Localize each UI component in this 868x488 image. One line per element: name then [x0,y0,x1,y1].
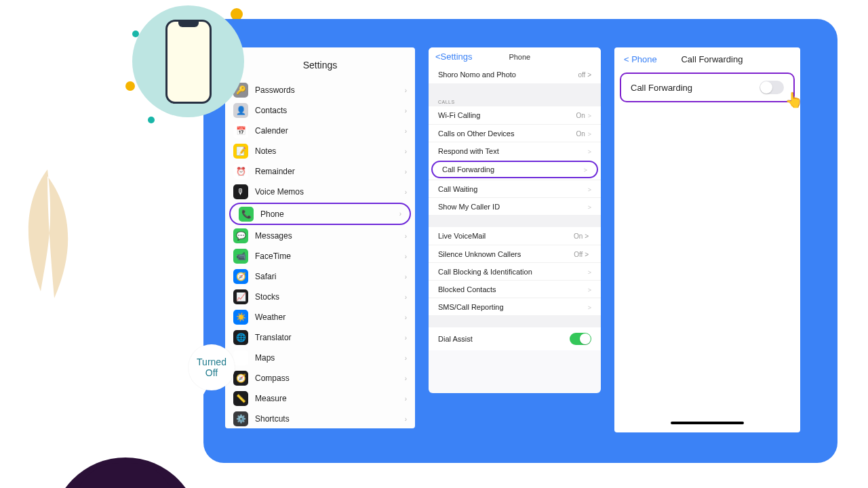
app-icon: 🧭 [233,371,248,386]
settings-title: Settings [225,47,415,80]
chevron-right-icon: > [588,113,591,119]
dial-assist-row[interactable]: Dial Assist [429,327,601,350]
settings-row-label: FaceTime [255,251,291,261]
chevron-right-icon: > [588,269,591,276]
row-label: Show My Caller ID [438,203,500,211]
chevron-right-icon: › [405,253,407,260]
cf-row-label: Call Forwarding [631,83,692,93]
settings-row-phone[interactable]: 📞Phone› [229,203,411,225]
row-value: On [576,112,585,119]
phone-row-wi-fi-calling[interactable]: Wi-Fi CallingOn> [429,106,601,124]
chevron-right-icon: › [405,395,407,403]
calls-section-label: CALLS [429,96,601,106]
app-icon: 🎙 [233,184,248,199]
chevron-right-icon: › [399,210,401,218]
row-value: On > [574,232,589,240]
settings-row-compass[interactable]: 🧭Compass› [225,368,415,388]
app-icon: 📅 [233,123,248,138]
decor-dot [148,117,155,123]
settings-row-label: Weather [255,312,285,322]
speech-bubble: Turned Off [189,344,235,390]
settings-row-label: Translator [255,333,292,342]
chevron-right-icon: › [405,415,407,423]
decor-dot [125,81,135,91]
phone-panel-header: <Settings Phone [429,47,601,66]
chevron-right-icon: > [588,186,591,193]
settings-row-label: Voice Memos [255,187,304,197]
row-label: Respond with Text [438,147,499,155]
phone-row-call-waiting[interactable]: Call Waiting> [429,180,601,197]
app-icon: 📞 [239,207,254,222]
dial-assist-toggle[interactable] [570,333,591,345]
cf-title: Call Forwarding [633,54,791,64]
chevron-right-icon: › [405,354,407,362]
row-label: Blocked Contacts [438,285,496,293]
row-label: Calls on Other Devices [438,129,515,138]
settings-row-remainder[interactable]: ⏰Remainder› [225,161,415,182]
app-icon: 💬 [233,228,248,243]
phone-row-sms-call-reporting[interactable]: SMS/Call Reporting> [429,298,601,315]
settings-row-messages[interactable]: 💬Messages› [225,226,415,246]
settings-row-label: Measure [255,394,287,403]
row-label: SMS/Call Reporting [438,303,504,311]
settings-row-notes[interactable]: 📝Notes› [225,141,415,161]
phone-row-silence-unknown-callers[interactable]: Silence Unknown CallersOff > [429,245,601,262]
phone-panel-title: Phone [446,53,594,61]
chevron-right-icon: › [405,127,407,135]
app-icon: 🧭 [233,269,248,284]
woman-illustration [0,224,217,488]
home-indicator [671,422,744,424]
settings-row-label: Stocks [255,292,279,302]
settings-row-label: Maps [255,353,275,363]
settings-row-passwords[interactable]: 🔑Passwords› [225,80,415,100]
chevron-right-icon: > [588,131,591,138]
app-icon: 📹 [233,249,248,264]
phone-row-calls-on-other-devices[interactable]: Calls on Other DevicesOn> [429,124,601,142]
cf-header: < Phone Call Forwarding [614,47,800,70]
chevron-right-icon: > [588,287,591,293]
chevron-right-icon: › [405,232,407,240]
row-value: On [576,130,585,138]
settings-row-translator[interactable]: 🌐Translator› [225,327,415,348]
settings-panel: Settings 🔑Passwords›👤Contacts›📅Calender›… [225,47,415,428]
phone-row-call-forwarding[interactable]: Call Forwarding> [431,161,598,178]
cursor-click-icon: 👆 [785,92,800,109]
phone-row-respond-with-text[interactable]: Respond with Text> [429,142,601,159]
phone-row-live-voicemail[interactable]: Live VoiceMailOn > [429,227,601,245]
row-label: Wi-Fi Calling [438,111,480,119]
phone-row-show-my-caller-id[interactable]: Show My Caller ID> [429,197,601,215]
phone-settings-panel: <Settings Phone Shoro Nomo and Photo off… [429,47,601,393]
tutorial-frame: Settings 🔑Passwords›👤Contacts›📅Calender›… [203,19,837,463]
phone-row-call-blocking-identification[interactable]: Call Blocking & Identification> [429,262,601,280]
chevron-right-icon: › [405,314,407,321]
share-name-photo-row[interactable]: Shoro Nomo and Photo off > [429,66,601,83]
phone-outline [165,20,212,104]
settings-row-calender[interactable]: 📅Calender› [225,121,415,141]
settings-row-safari[interactable]: 🧭Safari› [225,266,415,287]
phone-row-blocked-contacts[interactable]: Blocked Contacts> [429,280,601,298]
settings-row-contacts[interactable]: 👤Contacts› [225,100,415,121]
app-icon: 📈 [233,289,248,304]
app-icon: ☀️ [233,310,248,325]
settings-row-stocks[interactable]: 📈Stocks› [225,287,415,307]
settings-row-measure[interactable]: 📏Measure› [225,388,415,409]
chevron-right-icon: › [405,293,407,301]
call-forwarding-toggle[interactable] [760,81,784,94]
settings-row-voice-memos[interactable]: 🎙Voice Memos› [225,182,415,202]
settings-row-label: Safari [255,272,276,281]
app-icon: 🗺 [233,350,248,365]
settings-row-shortcuts[interactable]: ⚙️Shortcuts› [225,409,415,428]
settings-row-weather[interactable]: ☀️Weather› [225,307,415,327]
chevron-right-icon: › [405,168,407,176]
settings-row-facetime[interactable]: 📹FaceTime› [225,246,415,266]
settings-row-label: Phone [260,209,284,219]
row-label: Call Waiting [438,185,477,193]
chevron-right-icon: › [405,375,407,382]
settings-row-maps[interactable]: 🗺Maps› [225,348,415,368]
settings-row-label: Remainder [255,167,295,176]
chevron-right-icon: › [405,273,407,281]
call-forwarding-toggle-row[interactable]: Call Forwarding 👆 [620,73,795,102]
app-icon: ⏰ [233,164,248,179]
chevron-right-icon: > [588,204,591,211]
app-icon: ⚙️ [233,411,248,426]
